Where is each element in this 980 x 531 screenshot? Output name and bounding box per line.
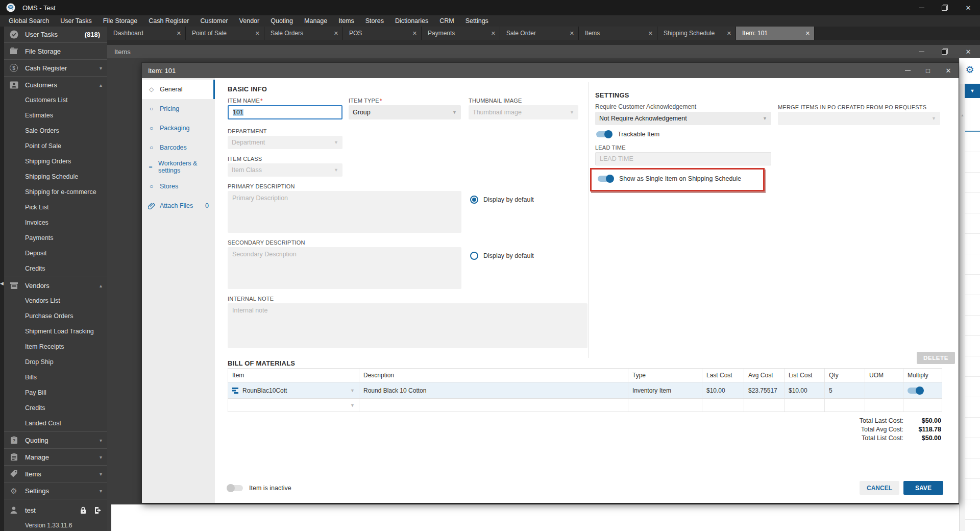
toggle-off-icon[interactable] — [228, 485, 243, 491]
save-button[interactable]: SAVE — [903, 481, 943, 495]
nav-attach-files[interactable]: Attach Files 0 — [142, 196, 215, 215]
cell-qty[interactable]: 5 — [825, 382, 865, 398]
col-multiply[interactable]: Multiply — [903, 369, 942, 382]
close-icon[interactable]: ✕ — [489, 30, 496, 37]
nav-packaging[interactable]: ○ Packaging — [142, 118, 215, 138]
tab-point-of-sale[interactable]: Point of Sale✕ — [186, 27, 264, 40]
menu-stores[interactable]: Stores — [360, 17, 389, 25]
nav-pricing[interactable]: ○ Pricing — [142, 99, 215, 118]
sidebar-item-drop-ship[interactable]: Drop Ship — [4, 354, 107, 370]
tab-shipping-schedule[interactable]: Shipping Schedule✕ — [657, 27, 736, 40]
lock-icon[interactable] — [80, 506, 87, 514]
col-uom[interactable]: UOM — [865, 369, 903, 382]
menu-global-search[interactable]: Global Search — [3, 17, 55, 25]
radio-selected-icon[interactable] — [470, 196, 478, 204]
primary-description-textarea[interactable]: Primary Description — [228, 191, 461, 233]
close-icon[interactable]: ✕ — [568, 30, 574, 37]
tab-dashboard[interactable]: Dashboard✕ — [107, 27, 186, 40]
chevron-down-icon[interactable]: ▼ — [350, 388, 355, 393]
col-list-cost[interactable]: List Cost — [785, 369, 825, 382]
minimize-button[interactable] — [910, 0, 933, 15]
col-type[interactable]: Type — [628, 369, 702, 382]
sidebar-item-file-storage[interactable]: File Storage — [4, 43, 107, 59]
col-description[interactable]: Description — [359, 369, 628, 382]
sidebar-item-bills[interactable]: Bills — [4, 370, 107, 385]
sidebar-item-invoices[interactable]: Invoices — [4, 215, 107, 230]
close-button[interactable]: ✕ — [957, 0, 980, 15]
sidebar-item-manage[interactable]: Manage ▾ — [4, 449, 107, 465]
sidebar-item-shipment-load-tracking[interactable]: Shipment Load Tracking — [4, 324, 107, 339]
close-icon[interactable]: ✕ — [410, 30, 417, 37]
logout-icon[interactable] — [94, 506, 102, 514]
nav-barcodes[interactable]: ○ Barcodes — [142, 138, 215, 157]
col-avg-cost[interactable]: Avg Cost — [744, 369, 785, 382]
item-type-select[interactable]: Group ▼ — [349, 105, 461, 119]
sidebar-item-purchase-orders[interactable]: Purchase Orders — [4, 308, 107, 324]
tab-sale-orders[interactable]: Sale Orders✕ — [264, 27, 343, 40]
sidebar-item-vendor-credits[interactable]: Credits — [4, 400, 107, 416]
cancel-button[interactable]: CANCEL — [860, 481, 899, 495]
close-icon[interactable]: ✕ — [803, 30, 810, 37]
sidebar-item-estimates[interactable]: Estimates — [4, 108, 107, 123]
internal-note-textarea[interactable]: Internal note — [228, 303, 587, 348]
grid-dropdown-button[interactable]: ▼ — [965, 84, 980, 98]
require-ack-select[interactable]: Not Require Acknowledgement ▼ — [595, 112, 771, 125]
menu-quoting[interactable]: Quoting — [265, 17, 299, 25]
toggle-on-icon[interactable] — [598, 176, 613, 182]
sidebar-item-credits[interactable]: Credits — [4, 261, 107, 276]
sidebar-item-customers[interactable]: Customers ▴ — [4, 77, 107, 92]
sidebar-item-customers-list[interactable]: Customers List — [4, 92, 107, 108]
menu-settings[interactable]: Settings — [460, 17, 494, 25]
nav-workorders-settings[interactable]: = Workorders & settings — [142, 157, 215, 177]
close-icon[interactable]: ✕ — [646, 30, 653, 37]
sidebar-item-shipping-ecommerce[interactable]: Shipping for e-commerce — [4, 184, 107, 200]
menu-file-storage[interactable]: File Storage — [97, 17, 143, 25]
sidebar-item-pick-list[interactable]: Pick List — [4, 200, 107, 215]
table-row[interactable]: RounBlac10Cott ▼ Round Black 10 Cotton I… — [228, 382, 942, 399]
close-button[interactable]: ✕ — [938, 63, 959, 78]
merge-items-select[interactable]: ▼ — [778, 112, 940, 125]
restore-button[interactable] — [933, 0, 957, 15]
col-item[interactable]: Item — [228, 369, 359, 382]
menu-cash-register[interactable]: Cash Register — [143, 17, 194, 25]
tab-payments[interactable]: Payments✕ — [422, 27, 500, 40]
menu-vendor[interactable]: Vendor — [234, 17, 265, 25]
col-qty[interactable]: Qty — [825, 369, 865, 382]
chevron-down-icon[interactable]: ▼ — [350, 403, 355, 408]
sidebar-item-quoting[interactable]: ? Quoting ▾ — [4, 432, 107, 448]
tab-item-101[interactable]: Item: 101✕ — [736, 27, 815, 40]
tab-items[interactable]: Items✕ — [579, 27, 657, 40]
menu-user-tasks[interactable]: User Tasks — [55, 17, 97, 25]
close-icon[interactable]: ✕ — [332, 30, 338, 37]
sidebar-item-vendors-list[interactable]: Vendors List — [4, 293, 107, 308]
table-row-empty[interactable]: ▼ — [228, 399, 942, 412]
secondary-description-textarea[interactable]: Secondary Description — [228, 247, 461, 289]
minimize-button[interactable] — [910, 45, 933, 58]
sidebar-item-settings[interactable]: ⚙ Settings ▾ — [4, 483, 107, 498]
menu-crm[interactable]: CRM — [434, 17, 459, 25]
cell-item[interactable]: RounBlac10Cott ▼ — [228, 382, 359, 398]
close-icon[interactable]: ✕ — [725, 30, 731, 37]
menu-customer[interactable]: Customer — [194, 17, 233, 25]
item-name-input[interactable]: 101 — [228, 105, 342, 119]
sidebar-item-vendors[interactable]: Vendors ▴ — [4, 278, 107, 293]
minimize-button[interactable] — [897, 63, 918, 78]
menu-manage[interactable]: Manage — [299, 17, 333, 25]
nav-general[interactable]: ◇ General — [142, 80, 215, 99]
toggle-on-icon[interactable] — [596, 131, 611, 137]
col-last-cost[interactable]: Last Cost — [702, 369, 744, 382]
tab-pos[interactable]: POS✕ — [343, 27, 422, 40]
grid-settings-button[interactable]: ⚙ — [960, 58, 980, 81]
delete-button[interactable]: DELETE — [917, 352, 955, 364]
cell-uom[interactable] — [865, 382, 903, 398]
sidebar-item-deposit[interactable]: Deposit — [4, 246, 107, 261]
nav-stores[interactable]: ○ Stores — [142, 177, 215, 196]
close-icon[interactable]: ✕ — [253, 30, 260, 37]
sidebar-item-cash-register[interactable]: $ Cash Register ▾ — [4, 60, 107, 76]
sidebar-item-items[interactable]: Items ▾ — [4, 466, 107, 481]
menu-dictionaries[interactable]: Dictionaries — [389, 17, 434, 25]
scrollbar[interactable]: ▲ — [960, 84, 965, 531]
sidebar-collapse-icon[interactable]: ◀ — [0, 281, 4, 286]
close-button[interactable]: ✕ — [957, 45, 980, 58]
maximize-button[interactable]: □ — [918, 63, 938, 78]
